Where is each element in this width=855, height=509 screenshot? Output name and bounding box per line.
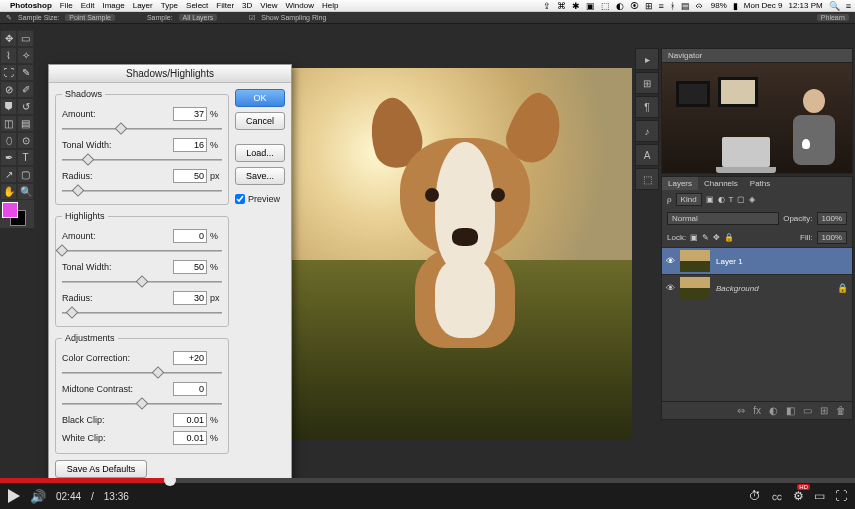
blend-mode-select[interactable]: Normal: [667, 212, 779, 225]
workspace-switcher[interactable]: Phlearn: [817, 14, 849, 21]
type-tool[interactable]: T: [17, 149, 34, 166]
mask-icon[interactable]: ◐: [769, 405, 778, 416]
visibility-icon[interactable]: 👁: [666, 283, 680, 293]
dodge-tool[interactable]: ⊙: [17, 132, 34, 149]
shadows-tonal-slider[interactable]: [62, 155, 222, 165]
menu-filter[interactable]: Filter: [216, 1, 234, 10]
sample-size-select[interactable]: Point Sample: [65, 14, 115, 21]
status-icon[interactable]: ▣: [586, 1, 595, 11]
link-icon[interactable]: ⇔: [737, 405, 745, 416]
lock-icon[interactable]: 🔒: [724, 233, 734, 242]
status-icon[interactable]: ⦿: [630, 1, 639, 11]
layer-thumb[interactable]: [680, 250, 710, 272]
volume-icon[interactable]: 🔊: [30, 489, 46, 504]
pen-tool[interactable]: ✒: [0, 149, 17, 166]
load-button[interactable]: Load...: [235, 144, 285, 162]
layer-name[interactable]: Layer 1: [716, 257, 743, 266]
history-brush-tool[interactable]: ↺: [17, 98, 34, 115]
status-icon[interactable]: ≡: [659, 1, 664, 11]
highlights-radius-input[interactable]: [173, 291, 207, 305]
white-clip-input[interactable]: [173, 431, 207, 445]
highlights-amount-input[interactable]: [173, 229, 207, 243]
menu-3d[interactable]: 3D: [242, 1, 252, 10]
layer-filter-kind[interactable]: Kind: [676, 193, 702, 206]
volume-icon[interactable]: ᯅ: [696, 1, 705, 11]
zoom-tool[interactable]: 🔍: [17, 183, 34, 200]
lasso-tool[interactable]: ⌇: [0, 47, 17, 64]
shape-tool[interactable]: ▢: [17, 166, 34, 183]
shadows-radius-input[interactable]: [173, 169, 207, 183]
eyedropper-tool[interactable]: ✎: [17, 64, 34, 81]
cancel-button[interactable]: Cancel: [235, 112, 285, 130]
filter-icon[interactable]: ▣: [706, 195, 714, 204]
highlights-radius-slider[interactable]: [62, 308, 222, 318]
filter-icon[interactable]: ▢: [737, 195, 745, 204]
captions-icon[interactable]: ㏄: [771, 488, 783, 505]
shadows-amount-input[interactable]: [173, 107, 207, 121]
black-clip-input[interactable]: [173, 413, 207, 427]
fx-icon[interactable]: fx: [753, 405, 761, 416]
menu-type[interactable]: Type: [161, 1, 178, 10]
color-swatches[interactable]: [0, 200, 34, 228]
brush-tool[interactable]: ✐: [17, 81, 34, 98]
tab-paths[interactable]: Paths: [744, 177, 776, 190]
midtone-contrast-input[interactable]: [173, 382, 207, 396]
layer-name[interactable]: Background: [716, 284, 759, 293]
color-correction-input[interactable]: [173, 351, 207, 365]
layer-row[interactable]: 👁 Background 🔒: [662, 274, 852, 301]
ok-button[interactable]: OK: [235, 89, 285, 107]
filter-icon[interactable]: ◐: [718, 195, 725, 204]
date[interactable]: Mon Dec 9: [744, 1, 783, 10]
fullscreen-icon[interactable]: ⛶: [835, 489, 847, 503]
bluetooth-icon[interactable]: ᚼ: [670, 1, 675, 11]
panel-button[interactable]: A: [635, 144, 659, 166]
status-icon[interactable]: ⊞: [645, 1, 653, 11]
shadows-radius-slider[interactable]: [62, 186, 222, 196]
notifications-icon[interactable]: ≡: [846, 1, 851, 11]
lock-icon[interactable]: ✥: [713, 233, 720, 242]
stamp-tool[interactable]: ⛊: [0, 98, 17, 115]
filter-icon[interactable]: T: [729, 195, 734, 204]
group-icon[interactable]: ▭: [803, 405, 812, 416]
watch-later-icon[interactable]: ⏱: [749, 489, 761, 503]
menu-view[interactable]: View: [260, 1, 277, 10]
menu-help[interactable]: Help: [322, 1, 338, 10]
battery-icon[interactable]: ▮: [733, 1, 738, 11]
status-icon[interactable]: ✱: [572, 1, 580, 11]
tab-layers[interactable]: Layers: [662, 177, 698, 190]
gradient-tool[interactable]: ▤: [17, 115, 34, 132]
foreground-color[interactable]: [2, 202, 18, 218]
save-as-defaults-button[interactable]: Save As Defaults: [55, 460, 147, 478]
layer-row[interactable]: 👁 Layer 1: [662, 247, 852, 274]
wand-tool[interactable]: ✧: [17, 47, 34, 64]
hand-tool[interactable]: ✋: [0, 183, 17, 200]
panel-button[interactable]: ⊞: [635, 72, 659, 94]
panel-button[interactable]: ⬚: [635, 168, 659, 190]
lock-icon[interactable]: ▣: [690, 233, 698, 242]
highlights-tonal-slider[interactable]: [62, 277, 222, 287]
clock[interactable]: 12:13 PM: [788, 1, 822, 10]
marquee-tool[interactable]: ▭: [17, 30, 34, 47]
menu-layer[interactable]: Layer: [133, 1, 153, 10]
tab-channels[interactable]: Channels: [698, 177, 744, 190]
visibility-icon[interactable]: 👁: [666, 256, 680, 266]
preview-checkbox[interactable]: [235, 194, 245, 204]
opacity-input[interactable]: 100%: [817, 212, 847, 225]
layer-thumb[interactable]: [680, 277, 710, 299]
menu-image[interactable]: Image: [102, 1, 124, 10]
app-name[interactable]: Photoshop: [10, 1, 52, 10]
sample-select[interactable]: All Layers: [179, 14, 218, 21]
status-icon[interactable]: ◐: [616, 1, 624, 11]
spotlight-icon[interactable]: 🔍: [829, 1, 840, 11]
shadows-amount-slider[interactable]: [62, 124, 222, 134]
document-canvas[interactable]: [290, 68, 632, 440]
new-layer-icon[interactable]: ⊞: [820, 405, 828, 416]
seek-knob[interactable]: [164, 474, 176, 486]
eraser-tool[interactable]: ◫: [0, 115, 17, 132]
panel-button[interactable]: ¶: [635, 96, 659, 118]
status-icon[interactable]: ⬚: [601, 1, 610, 11]
tool-eyedropper-icon[interactable]: ✎: [6, 14, 12, 22]
move-tool[interactable]: ✥: [0, 30, 17, 47]
navigator-title[interactable]: Navigator: [662, 49, 852, 63]
midtone-contrast-slider[interactable]: [62, 399, 222, 409]
